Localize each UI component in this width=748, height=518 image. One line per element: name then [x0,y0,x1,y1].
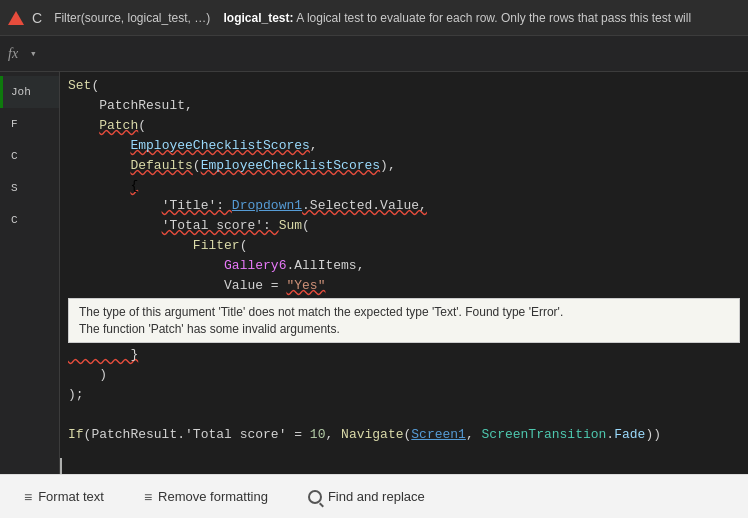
format-text-icon: ≡ [24,489,32,505]
bottom-toolbar: ≡ Format text ≡ Remove formatting Find a… [0,474,748,518]
left-item-f[interactable]: F [0,108,59,140]
filter-hint: Filter(source, logical_test, …) logical_… [54,11,691,25]
main-area: Joh F C S C Set( PatchResult, Patch( Emp… [0,72,748,474]
code-line-7: 'Title': Dropdown1.Selected.Value, [60,196,748,216]
code-line-15 [60,405,748,425]
error-tooltip: The type of this argument 'Title' does n… [68,298,740,343]
remove-formatting-label: Remove formatting [158,489,268,504]
find-replace-label: Find and replace [328,489,425,504]
code-line-10: Gallery6.AllItems, [60,256,748,276]
code-line-16: If(PatchResult.'Total score' = 10, Navig… [60,425,748,445]
left-item-c2[interactable]: C [0,204,59,236]
remove-formatting-icon: ≡ [144,489,152,505]
code-line-11: Value = "Yes" [60,276,748,296]
find-replace-button[interactable]: Find and replace [300,485,433,508]
code-line-14: ); [60,385,748,405]
left-item-c1[interactable]: C [0,140,59,172]
code-line-5: Defaults(EmployeeChecklistScores), [60,156,748,176]
remove-formatting-button[interactable]: ≡ Remove formatting [136,485,276,509]
error-line-2: The function 'Patch' has some invalid ar… [79,322,729,336]
code-line-12: } [60,345,748,365]
code-line-13: ) [60,365,748,385]
fx-label: fx [8,46,18,62]
hint-prefix: logical_test: [224,11,294,25]
formula-bar[interactable]: fx ▾ [0,36,748,72]
fx-dropdown-icon[interactable]: ▾ [30,47,37,60]
logo-area: C [8,10,42,26]
code-line-8: 'Total score': Sum( [60,216,748,236]
code-line-2: PatchResult, [60,96,748,116]
code-editor[interactable]: Set( PatchResult, Patch( EmployeeCheckli… [60,72,748,474]
code-line-4: EmployeeChecklistScores, [60,136,748,156]
hint-text: A logical test to evaluate for each row.… [296,11,691,25]
left-item-joh[interactable]: Joh [0,76,59,108]
code-line-3: Patch( [60,116,748,136]
text-cursor [60,458,62,474]
search-icon [308,490,322,504]
format-text-button[interactable]: ≡ Format text [16,485,112,509]
left-panel: Joh F C S C [0,72,60,474]
code-line-1: Set( [60,76,748,96]
format-text-label: Format text [38,489,104,504]
error-line-1: The type of this argument 'Title' does n… [79,305,729,319]
code-line-6: { [60,176,748,196]
app-logo-icon [8,11,24,25]
filter-label: Filter(source, logical_test, …) [54,11,210,25]
code-line-9: Filter( [60,236,748,256]
top-bar: C Filter(source, logical_test, …) logica… [0,0,748,36]
left-item-s[interactable]: S [0,172,59,204]
app-initial: C [32,10,42,26]
